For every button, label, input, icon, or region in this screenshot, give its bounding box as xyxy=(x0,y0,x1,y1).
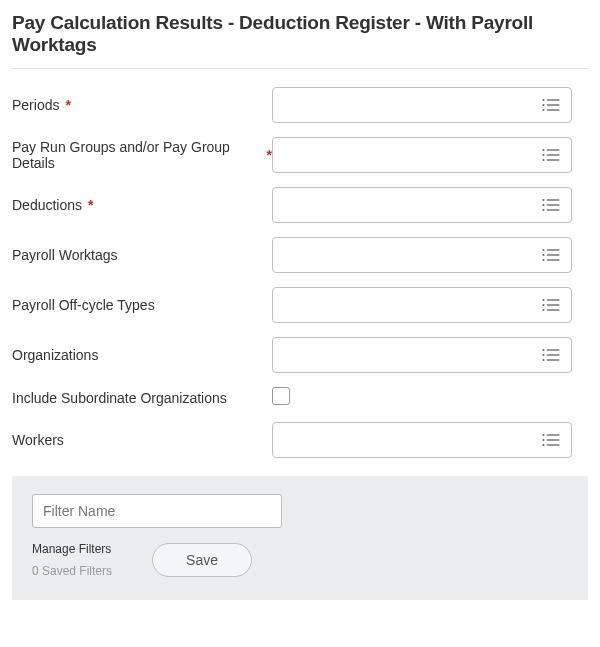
svg-point-12 xyxy=(542,199,544,201)
svg-rect-25 xyxy=(547,299,560,300)
svg-rect-11 xyxy=(547,159,560,160)
field-label-cell: Payroll Off-cycle Types xyxy=(12,297,272,313)
svg-rect-39 xyxy=(547,439,560,440)
svg-point-8 xyxy=(542,154,544,156)
list-icon xyxy=(541,97,561,113)
save-filter-button[interactable]: Save xyxy=(152,543,252,577)
svg-rect-29 xyxy=(547,309,560,310)
field-input-cell xyxy=(272,237,588,273)
filter-panel: Manage Filters 0 Saved Filters Save xyxy=(12,476,588,600)
field-row-offcycle-types: Payroll Off-cycle Types xyxy=(12,287,588,323)
field-input-cell xyxy=(272,187,588,223)
svg-point-2 xyxy=(542,104,544,106)
svg-point-28 xyxy=(542,309,544,311)
include-sub-orgs-checkbox[interactable] xyxy=(272,387,290,405)
svg-rect-1 xyxy=(547,99,560,100)
svg-rect-35 xyxy=(547,359,560,360)
field-input-cell xyxy=(272,87,588,123)
field-row-workers: Workers xyxy=(12,422,588,458)
field-label: Organizations xyxy=(12,347,98,363)
svg-rect-5 xyxy=(547,109,560,110)
field-row-include-sub-orgs: Include Subordinate Organizations xyxy=(12,387,588,408)
filter-links: Manage Filters 0 Saved Filters xyxy=(32,542,112,578)
svg-rect-23 xyxy=(547,259,560,260)
svg-point-4 xyxy=(542,109,544,111)
filter-row: Manage Filters 0 Saved Filters Save xyxy=(32,542,568,578)
svg-point-18 xyxy=(542,249,544,251)
field-input-cell xyxy=(272,137,588,173)
field-label-cell: Workers xyxy=(12,432,272,448)
field-label: Periods xyxy=(12,97,59,113)
svg-rect-27 xyxy=(547,304,560,305)
field-label-cell: Include Subordinate Organizations xyxy=(12,390,272,406)
svg-rect-31 xyxy=(547,349,560,350)
criteria-form: Periods * Pay Run Groups and/or Pay Grou… xyxy=(12,87,588,458)
field-label: Include Subordinate Organizations xyxy=(12,390,227,406)
field-label: Workers xyxy=(12,432,64,448)
payroll-worktags-prompt[interactable] xyxy=(272,237,572,273)
field-label: Pay Run Groups and/or Pay Group Details xyxy=(12,139,261,171)
svg-rect-7 xyxy=(547,149,560,150)
list-icon xyxy=(541,432,561,448)
svg-point-32 xyxy=(542,354,544,356)
field-label-cell: Periods * xyxy=(12,97,272,113)
svg-rect-37 xyxy=(547,434,560,435)
field-row-organizations: Organizations xyxy=(12,337,588,373)
pay-run-groups-prompt[interactable] xyxy=(272,137,572,173)
field-row-pay-run-groups: Pay Run Groups and/or Pay Group Details … xyxy=(12,137,588,173)
field-input-cell xyxy=(272,422,588,458)
field-label-cell: Pay Run Groups and/or Pay Group Details … xyxy=(12,139,272,171)
svg-rect-19 xyxy=(547,249,560,250)
svg-point-0 xyxy=(542,99,544,101)
svg-rect-41 xyxy=(547,444,560,445)
field-input-cell xyxy=(272,337,588,373)
field-input-cell xyxy=(272,287,588,323)
svg-rect-13 xyxy=(547,199,560,200)
svg-point-14 xyxy=(542,204,544,206)
svg-point-10 xyxy=(542,159,544,161)
svg-point-26 xyxy=(542,304,544,306)
report-criteria-page: Pay Calculation Results - Deduction Regi… xyxy=(0,0,600,647)
filter-name-input[interactable] xyxy=(32,494,282,528)
list-icon xyxy=(541,247,561,263)
svg-point-16 xyxy=(542,209,544,211)
field-row-payroll-worktags: Payroll Worktags xyxy=(12,237,588,273)
svg-point-20 xyxy=(542,254,544,256)
manage-filters-link[interactable]: Manage Filters xyxy=(32,542,112,556)
page-title: Pay Calculation Results - Deduction Regi… xyxy=(12,12,588,56)
divider xyxy=(12,68,588,69)
list-icon xyxy=(541,197,561,213)
field-label: Deductions xyxy=(12,197,82,213)
svg-rect-21 xyxy=(547,254,560,255)
svg-rect-33 xyxy=(547,354,560,355)
list-icon xyxy=(541,347,561,363)
field-label: Payroll Worktags xyxy=(12,247,118,263)
organizations-prompt[interactable] xyxy=(272,337,572,373)
field-label-cell: Payroll Worktags xyxy=(12,247,272,263)
svg-point-38 xyxy=(542,439,544,441)
field-label-cell: Deductions * xyxy=(12,197,272,213)
svg-point-36 xyxy=(542,434,544,436)
field-input-cell xyxy=(272,387,588,408)
field-label-cell: Organizations xyxy=(12,347,272,363)
list-icon xyxy=(541,147,561,163)
svg-point-6 xyxy=(542,149,544,151)
svg-rect-3 xyxy=(547,104,560,105)
svg-rect-15 xyxy=(547,204,560,205)
svg-point-34 xyxy=(542,359,544,361)
workers-prompt[interactable] xyxy=(272,422,572,458)
svg-point-40 xyxy=(542,444,544,446)
svg-rect-9 xyxy=(547,154,560,155)
list-icon xyxy=(541,297,561,313)
svg-point-22 xyxy=(542,259,544,261)
required-marker: * xyxy=(65,97,70,113)
field-row-periods: Periods * xyxy=(12,87,588,123)
periods-prompt[interactable] xyxy=(272,87,572,123)
field-label: Payroll Off-cycle Types xyxy=(12,297,155,313)
offcycle-types-prompt[interactable] xyxy=(272,287,572,323)
svg-point-24 xyxy=(542,299,544,301)
svg-rect-17 xyxy=(547,209,560,210)
svg-point-30 xyxy=(542,349,544,351)
field-row-deductions: Deductions * xyxy=(12,187,588,223)
deductions-prompt[interactable] xyxy=(272,187,572,223)
